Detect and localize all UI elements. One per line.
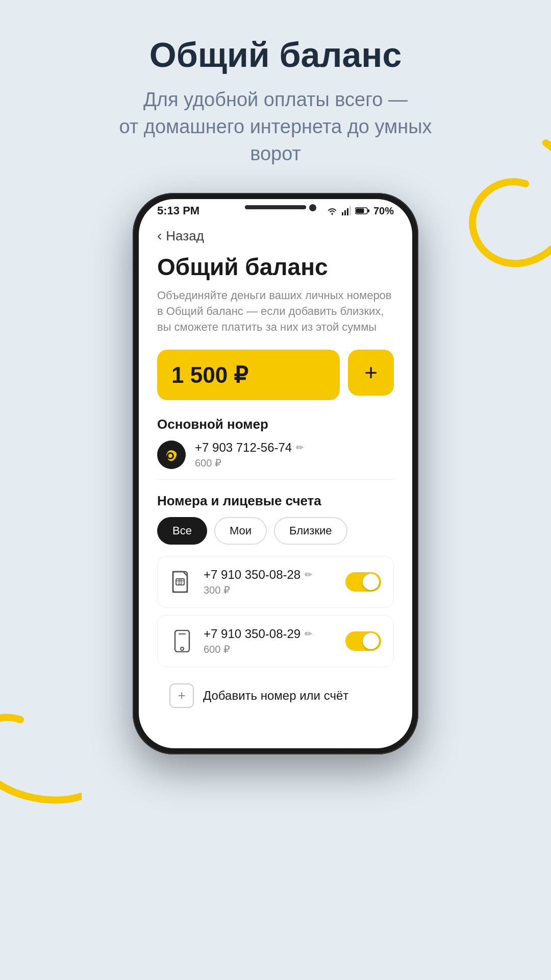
main-number-balance: 600 ₽	[195, 457, 394, 469]
balance-row: 1 500 ₽ +	[157, 350, 394, 400]
status-time: 5:13 PM	[157, 204, 199, 217]
number-card-1-icon	[170, 570, 194, 594]
back-label: Назад	[166, 228, 204, 244]
phone-device-icon	[172, 630, 192, 652]
battery-icon	[355, 207, 369, 215]
phone-content: ‹ Назад Общий баланс Объединяйте деньги …	[139, 217, 412, 735]
svg-rect-2	[347, 208, 348, 215]
phone-outer-frame: 5:13 PM	[133, 193, 418, 754]
beeline-logo-icon	[157, 440, 186, 469]
add-number-label: Добавить номер или счёт	[203, 689, 348, 703]
edit-number-2-icon[interactable]: ✏	[305, 628, 312, 640]
sim-card-icon	[171, 571, 193, 593]
number-card-1-info: +7 910 350-08-28 ✏ 300 ₽	[204, 568, 336, 596]
accounts-section-title: Номера и лицевые счета	[157, 493, 394, 509]
filter-tabs: Все Мои Близкие	[157, 517, 394, 545]
phone-page-description: Объединяйте деньги ваших личных номеров …	[157, 288, 394, 335]
page-background: Общий баланс Для удобной оплаты всего —о…	[0, 0, 551, 980]
number-card-1-toggle[interactable]	[345, 572, 381, 592]
header-subtitle: Для удобной оплаты всего —от домашнего и…	[119, 86, 432, 168]
toggle-1-knob	[363, 574, 379, 590]
add-number-plus-icon: +	[169, 683, 194, 708]
edit-number-1-icon[interactable]: ✏	[305, 569, 312, 580]
number-card-2: +7 910 350-08-29 ✏ 600 ₽	[157, 615, 394, 667]
number-card-2-icon	[170, 629, 194, 653]
add-number-row[interactable]: + Добавить номер или счёт	[157, 674, 394, 717]
header-section: Общий баланс Для удобной оплаты всего —о…	[79, 0, 473, 193]
svg-rect-10	[173, 572, 187, 592]
svg-point-18	[181, 647, 184, 650]
main-number-info: +7 903 712-56-74 ✏ 600 ₽	[195, 440, 394, 469]
number-2-balance: 600 ₽	[204, 643, 336, 655]
main-number-row: +7 903 712-56-74 ✏ 600 ₽	[157, 440, 394, 480]
main-number-value: +7 903 712-56-74	[195, 440, 292, 455]
svg-rect-0	[342, 212, 343, 215]
phone-mockup: 5:13 PM	[133, 193, 418, 754]
svg-rect-1	[344, 210, 346, 215]
number-card-2-info: +7 910 350-08-29 ✏ 600 ₽	[204, 627, 336, 655]
filter-tab-mine[interactable]: Мои	[214, 517, 267, 545]
number-card-2-toggle[interactable]	[345, 631, 381, 651]
back-button[interactable]: ‹ Назад	[157, 228, 394, 244]
svg-marker-11	[173, 572, 187, 592]
decorative-loop-bottom	[0, 704, 82, 806]
main-number-section-title: Основной номер	[157, 416, 394, 432]
phone-page-title: Общий баланс	[157, 253, 394, 281]
phone-screen: 5:13 PM	[139, 199, 412, 748]
svg-rect-12	[176, 579, 184, 585]
filter-tab-all[interactable]: Все	[157, 517, 207, 545]
number-card-1-number: +7 910 350-08-28 ✏	[204, 568, 336, 582]
wifi-icon	[327, 206, 338, 215]
svg-point-9	[168, 454, 172, 458]
number-2-value: +7 910 350-08-29	[204, 627, 300, 641]
svg-rect-5	[356, 209, 364, 213]
header-title: Общий баланс	[119, 36, 432, 74]
main-number-line: +7 903 712-56-74 ✏	[195, 440, 394, 455]
number-card-1: +7 910 350-08-28 ✏ 300 ₽	[157, 556, 394, 608]
add-balance-button[interactable]: +	[348, 350, 394, 396]
filter-tab-close[interactable]: Близкие	[274, 517, 347, 545]
status-icons: 70%	[327, 205, 394, 217]
number-1-balance: 300 ₽	[204, 584, 336, 596]
balance-amount: 1 500 ₽	[157, 350, 340, 400]
edit-main-number-icon[interactable]: ✏	[296, 442, 304, 453]
number-1-value: +7 910 350-08-28	[204, 568, 300, 582]
signal-icon	[342, 206, 351, 215]
svg-rect-6	[368, 209, 369, 212]
battery-percent: 70%	[373, 205, 394, 217]
phone-notch	[245, 205, 306, 209]
svg-rect-3	[349, 206, 351, 215]
back-chevron-icon: ‹	[157, 228, 162, 244]
toggle-2-knob	[363, 633, 379, 649]
number-card-2-number: +7 910 350-08-29 ✏	[204, 627, 336, 641]
